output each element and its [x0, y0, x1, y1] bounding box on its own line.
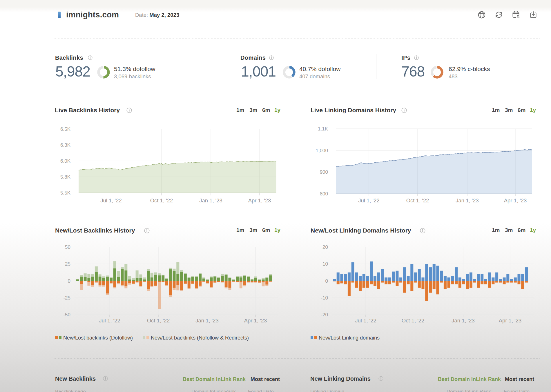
svg-text:Jul 1, '22: Jul 1, '22: [358, 197, 379, 204]
svg-text:Jul 1, '22: Jul 1, '22: [355, 317, 376, 324]
svg-text:-50: -50: [63, 312, 70, 317]
svg-text:Oct 1, '22: Oct 1, '22: [402, 317, 425, 324]
svg-text:-25: -25: [63, 295, 70, 301]
svg-text:-20: -20: [321, 312, 328, 317]
svg-text:-10: -10: [321, 295, 328, 301]
svg-text:25: 25: [65, 261, 70, 267]
svg-text:Apr 1, '23: Apr 1, '23: [499, 317, 522, 324]
svg-text:6.5K: 6.5K: [60, 126, 71, 132]
svg-text:10: 10: [322, 261, 328, 267]
svg-text:Jan 1, '23: Jan 1, '23: [199, 197, 222, 204]
svg-text:0: 0: [325, 278, 328, 284]
svg-text:Jan 1, '23: Jan 1, '23: [452, 317, 475, 324]
svg-text:Apr 1, '23: Apr 1, '23: [248, 197, 271, 204]
svg-text:Jul 1, '22: Jul 1, '22: [99, 317, 120, 324]
svg-text:800: 800: [320, 191, 328, 197]
svg-text:5.5K: 5.5K: [60, 190, 71, 196]
svg-text:900: 900: [320, 169, 328, 175]
svg-text:Apr 1, '23: Apr 1, '23: [504, 197, 527, 204]
svg-text:5.8K: 5.8K: [60, 174, 71, 180]
svg-text:Oct 1, '22: Oct 1, '22: [147, 317, 170, 324]
svg-text:6.0K: 6.0K: [60, 158, 71, 164]
svg-text:Oct 1, '22: Oct 1, '22: [150, 197, 173, 204]
svg-text:1,000: 1,000: [316, 148, 328, 153]
svg-text:50: 50: [65, 244, 70, 250]
svg-text:Jan 1, '23: Jan 1, '23: [456, 197, 479, 204]
svg-text:Oct 1, '22: Oct 1, '22: [406, 197, 429, 204]
svg-text:1.1K: 1.1K: [318, 126, 328, 132]
svg-text:Apr 1, '23: Apr 1, '23: [244, 317, 267, 324]
svg-text:Jul 1, '22: Jul 1, '22: [100, 197, 122, 204]
svg-text:0: 0: [68, 278, 70, 284]
svg-text:20: 20: [322, 244, 328, 250]
svg-text:6.3K: 6.3K: [60, 142, 71, 148]
svg-text:Jan 1, '23: Jan 1, '23: [195, 317, 219, 324]
